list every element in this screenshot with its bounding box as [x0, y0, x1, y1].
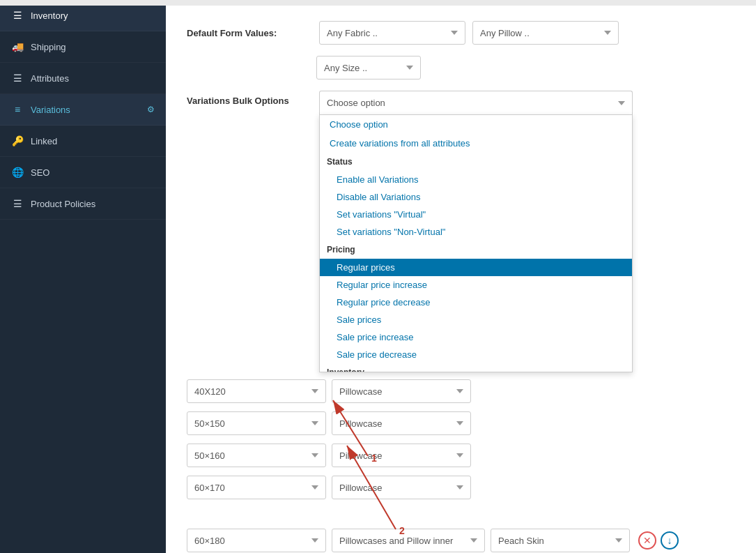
variation-row-2: 50×150 Pillowcase: [187, 411, 735, 435]
dd-choose-option[interactable]: Choose option: [320, 115, 632, 134]
size-form-row: Any Size ..: [316, 56, 735, 79]
dd-regular-prices[interactable]: Regular prices: [320, 259, 632, 276]
settings-icon: ⚙: [147, 105, 155, 114]
dd-group-inventory: Inventory: [320, 363, 632, 372]
bulk-dropdown-container: Choose option Choose option Create varia…: [319, 91, 633, 372]
sidebar-label-shipping: Shipping: [31, 42, 155, 52]
size-select-1[interactable]: 40X120: [187, 379, 326, 403]
variation-row-4: 60×170 Pillowcase: [187, 476, 735, 499]
dd-regular-price-decrease[interactable]: Regular price decrease: [320, 294, 632, 311]
sidebar-item-seo[interactable]: 🌐 SEO: [0, 157, 166, 188]
sidebar-label-variations: Variations: [31, 105, 140, 115]
shipping-icon: 🚚: [11, 41, 24, 52]
main-content: Default Form Values: Any Fabric .. Any P…: [166, 0, 756, 553]
dd-group-status: Status: [320, 153, 632, 171]
linked-icon: 🔑: [11, 135, 24, 146]
dd-regular-price-increase[interactable]: Regular price increase: [320, 276, 632, 294]
sidebar-label-product-policies: Product Policies: [31, 199, 155, 209]
dd-set-non-virtual[interactable]: Set variations "Non-Virtual": [320, 223, 632, 241]
bulk-dropdown-list: Choose option Create variations from all…: [319, 114, 633, 372]
dd-set-virtual[interactable]: Set variations "Virtual": [320, 206, 632, 223]
fabric-select[interactable]: Any Fabric ..: [319, 21, 465, 45]
inventory-icon: ☰: [11, 10, 24, 21]
sidebar-item-linked[interactable]: 🔑 Linked: [0, 126, 166, 157]
variation-rows-section: 1 2 40X120 Pillowcase 50×150 Pillowcase: [187, 379, 735, 553]
type-select-3[interactable]: Pillowcase: [332, 444, 471, 467]
attributes-icon: ☰: [11, 73, 24, 84]
sidebar-label-seo: SEO: [31, 167, 155, 178]
bulk-select[interactable]: Choose option: [319, 91, 633, 114]
dd-disable-all[interactable]: Disable all Variations: [320, 188, 632, 206]
sidebar-item-variations[interactable]: ≡ Variations ⚙: [0, 94, 166, 126]
type-select-4[interactable]: Pillowcase: [332, 476, 471, 499]
pillow-select[interactable]: Any Pillow ..: [472, 21, 619, 45]
size-select-4[interactable]: 60×170: [187, 476, 326, 499]
variation-row-3: 50×160 Pillowcase: [187, 444, 735, 467]
variation-row-1: 40X120 Pillowcase: [187, 379, 735, 403]
bulk-options-label: Variations Bulk Options: [187, 91, 312, 106]
seo-icon: 🌐: [11, 167, 24, 178]
type-select-5[interactable]: Pillowcases and Pillow inner: [332, 529, 485, 552]
dd-group-pricing: Pricing: [320, 241, 632, 259]
size-select-5[interactable]: 60×180: [187, 529, 326, 552]
type-select-1[interactable]: Pillowcase: [332, 379, 471, 403]
row-5-download-btn[interactable]: ↓: [661, 531, 679, 550]
default-form-label: Default Form Values:: [187, 28, 312, 38]
size-select-2[interactable]: 50×150: [187, 411, 326, 435]
row-5-close-btn[interactable]: ✕: [638, 531, 656, 550]
sidebar-item-attributes[interactable]: ☰ Attributes: [0, 63, 166, 94]
variations-icon: ≡: [11, 104, 24, 115]
dd-sale-price-decrease[interactable]: Sale price decrease: [320, 346, 632, 363]
bulk-options-row: Variations Bulk Options Choose option Ch…: [187, 91, 735, 372]
sidebar: ☰ Inventory 🚚 Shipping ☰ Attributes ≡ Va…: [0, 0, 166, 553]
product-policies-icon: ☰: [11, 198, 24, 209]
variation-row-5: 60×180 Pillowcases and Pillow inner Peac…: [187, 529, 735, 552]
type-select-2[interactable]: Pillowcase: [332, 411, 471, 435]
default-form-row: Default Form Values: Any Fabric .. Any P…: [187, 21, 735, 45]
size-select[interactable]: Any Size ..: [316, 56, 421, 79]
fabric-select-5[interactable]: Peach Skin: [491, 529, 630, 552]
size-select-3[interactable]: 50×160: [187, 444, 326, 467]
dd-enable-all[interactable]: Enable all Variations: [320, 171, 632, 188]
dd-create-variations[interactable]: Create variations from all attributes: [320, 134, 632, 153]
dd-sale-prices[interactable]: Sale prices: [320, 311, 632, 328]
sidebar-item-shipping[interactable]: 🚚 Shipping: [0, 31, 166, 63]
sidebar-label-inventory: Inventory: [31, 10, 155, 21]
row-5-actions: ✕ ↓: [638, 531, 679, 550]
dd-sale-price-increase[interactable]: Sale price increase: [320, 328, 632, 346]
sidebar-item-product-policies[interactable]: ☰ Product Policies: [0, 188, 166, 220]
sidebar-label-attributes: Attributes: [31, 73, 155, 84]
sidebar-label-linked: Linked: [31, 136, 155, 146]
